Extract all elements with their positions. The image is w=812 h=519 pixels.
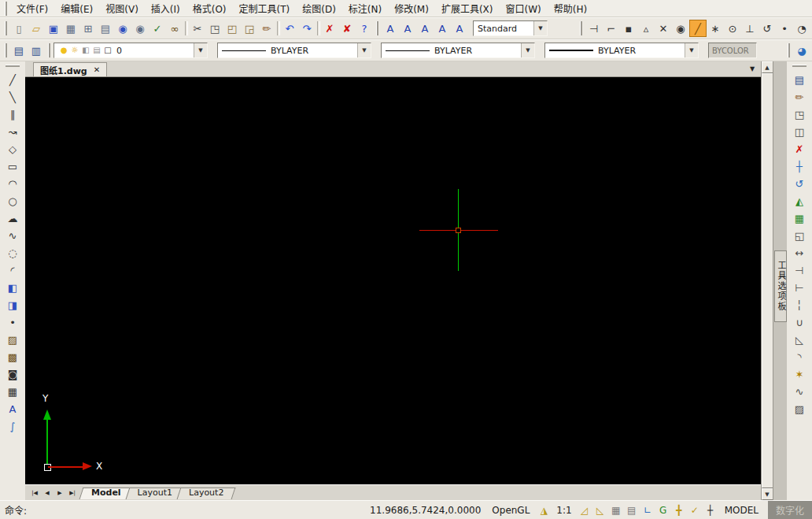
cancel-icon[interactable]: ✗ [321, 20, 338, 37]
snap-perpendicular-icon[interactable]: ⊥ [741, 20, 758, 37]
dtext-icon[interactable]: A [382, 20, 399, 37]
erase-icon[interactable]: ✗ [791, 140, 808, 158]
layout2-tab[interactable]: Layout2 [179, 487, 234, 499]
drawing-tab[interactable]: 图纸1.dwg ✕ [33, 62, 107, 76]
polygon-icon[interactable]: ◇ [4, 140, 21, 158]
dropdown-arrow-icon[interactable]: ▼ [194, 43, 207, 57]
break-icon[interactable]: ╎ [791, 296, 808, 313]
graphics-triangle-icon[interactable]: ◮ [536, 503, 552, 517]
trim-icon[interactable]: ⊣ [791, 261, 808, 279]
coordinate-display[interactable]: 11.9686,5.7424,0.0000 [370, 505, 481, 516]
fillet-icon[interactable]: ◝ [791, 348, 808, 365]
snap-settings-icon[interactable]: ◔ [793, 20, 810, 37]
scale-display[interactable]: 1:1 [556, 505, 571, 516]
join-icon[interactable]: ∪ [791, 313, 808, 331]
drawing-canvas[interactable]: Y X [25, 77, 761, 484]
next-tab-button[interactable]: ▶ [54, 487, 66, 499]
snap-apparent-intersection-icon[interactable]: ∗ [707, 20, 724, 37]
snap-node-icon[interactable]: • [776, 20, 793, 37]
redo-icon[interactable]: ↷ [298, 20, 316, 37]
point-icon[interactable]: • [4, 313, 21, 331]
binoculars-icon[interactable]: ∞ [166, 20, 183, 37]
menu-file[interactable]: 文件(F) [10, 2, 54, 15]
scale-text-icon[interactable]: A [451, 20, 468, 37]
snap-midpoint-icon[interactable]: ▵ [637, 20, 655, 37]
scale-icon[interactable]: ◱ [791, 227, 808, 244]
menu-window[interactable]: 窗口(W) [500, 2, 548, 15]
circle-icon[interactable]: ○ [4, 192, 21, 209]
find-icon[interactable]: ◉ [114, 20, 131, 37]
fullscreen-icon[interactable]: ┼ [703, 503, 718, 517]
close-tab-icon[interactable]: ✕ [94, 65, 100, 74]
layer-freeze-icon[interactable]: ☼ [69, 44, 80, 57]
polar-toggle-icon[interactable]: ▤ [624, 503, 640, 517]
plot-icon[interactable]: ▦ [62, 20, 79, 37]
sketch-icon[interactable]: ∫ [4, 417, 21, 435]
explode-icon[interactable]: ✶ [791, 365, 808, 383]
match-properties-icon[interactable]: ✏ [258, 20, 275, 37]
spline-icon[interactable]: ∿ [4, 227, 21, 244]
mtext-icon[interactable]: A [4, 400, 21, 417]
menu-custom-tools[interactable]: 定制工具(T) [233, 2, 297, 15]
command-prompt[interactable]: 命令: [5, 503, 27, 517]
copy-icon[interactable]: ◳ [791, 106, 808, 123]
layer-lock-icon[interactable]: ◧ [80, 44, 91, 57]
snap-tangent-icon[interactable]: ↺ [758, 20, 776, 37]
last-tab-button[interactable]: ▶| [66, 487, 79, 499]
layout1-tab[interactable]: Layout1 [127, 487, 183, 499]
menu-draw[interactable]: 绘图(D) [296, 2, 342, 15]
arc-icon[interactable]: ◠ [4, 175, 21, 192]
array-icon[interactable]: ▦ [791, 209, 808, 227]
menu-modify[interactable]: 修改(M) [388, 2, 435, 15]
table-icon[interactable]: ▦ [4, 383, 21, 400]
copy-icon[interactable]: ◳ [206, 20, 223, 37]
dropdown-arrow-icon[interactable]: ▼ [521, 43, 534, 57]
menu-insert[interactable]: 插入(I) [145, 2, 186, 15]
stretch-icon[interactable]: ↔ [791, 244, 808, 261]
construction-line-icon[interactable]: ╲ [4, 88, 21, 106]
modify-toolbar-grip[interactable] [792, 65, 806, 67]
layer-plot-icon[interactable]: ▤ [91, 44, 102, 57]
linetype-combo[interactable]: BYLAYER ▼ [381, 43, 535, 58]
help-icon[interactable]: ? [356, 20, 373, 37]
tab-list-dropdown-icon[interactable]: ▼ [746, 62, 758, 75]
snap-endpoint-icon[interactable]: ▪ [620, 20, 637, 37]
ortho-toggle-icon[interactable]: ▦ [608, 503, 624, 517]
snap-nearest-icon[interactable]: ╱ [689, 20, 707, 37]
layer-on-icon[interactable]: ● [58, 44, 69, 57]
offset-icon[interactable]: ◫ [791, 123, 808, 140]
ellipse-icon[interactable]: ◌ [4, 244, 21, 261]
hatch-icon[interactable]: ▨ [4, 331, 21, 348]
snap-toggle-icon[interactable]: ◿ [577, 503, 592, 517]
revcloud-icon[interactable]: ☁ [4, 209, 21, 227]
insert-block-icon[interactable]: ◧ [4, 279, 21, 296]
publish-icon[interactable]: ▤ [97, 20, 114, 37]
move-icon[interactable]: ┼ [791, 158, 808, 175]
polyline-icon[interactable]: ↝ [4, 123, 21, 140]
dyn-toggle-icon[interactable]: ✓ [687, 503, 703, 517]
temp-track-point-icon[interactable]: ⊣ [585, 20, 603, 37]
edit-hatch-icon[interactable]: ▨ [791, 400, 808, 417]
rotate-icon[interactable]: ↺ [791, 175, 808, 192]
scroll-down-icon[interactable]: ▼ [762, 488, 773, 500]
cut-icon[interactable]: ✂ [189, 20, 206, 37]
save-icon[interactable]: ▣ [45, 20, 62, 37]
draw-toolbar-grip[interactable] [6, 65, 20, 67]
osnap-toggle-icon[interactable]: ∟ [640, 503, 655, 517]
dropdown-arrow-icon[interactable]: ▼ [357, 43, 371, 57]
paste-special-icon[interactable]: ◲ [241, 20, 258, 37]
rectangle-icon[interactable]: ▭ [4, 158, 21, 175]
lineweight-toggle-icon[interactable]: ╋ [671, 503, 687, 517]
gradient-icon[interactable]: ▩ [4, 348, 21, 365]
model-space-button[interactable]: MODEL [725, 505, 758, 516]
layers-toolbar-grip[interactable] [5, 43, 7, 57]
scrollbar-thumb[interactable] [762, 73, 773, 488]
multiline-icon[interactable]: ∥ [4, 106, 21, 123]
paste-icon[interactable]: ◰ [223, 20, 241, 37]
text-style-icon[interactable]: A [434, 20, 451, 37]
ellipse-arc-icon[interactable]: ◜ [4, 261, 21, 279]
color-combo[interactable]: BYLAYER ▼ [217, 43, 371, 58]
mirror-icon[interactable]: ◭ [791, 192, 808, 209]
match-properties-icon[interactable]: ✏ [791, 88, 808, 106]
vertical-scrollbar[interactable]: ▲ ▼ [761, 61, 773, 500]
